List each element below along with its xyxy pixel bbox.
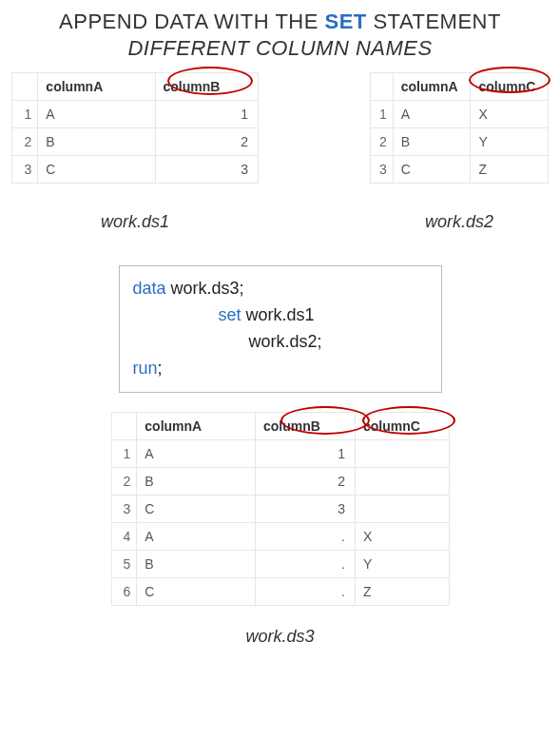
cell-a: C	[38, 156, 155, 184]
table-row: 2BY	[371, 128, 549, 156]
cell-b: 3	[255, 495, 355, 522]
col-c-header: columnC	[471, 73, 549, 101]
cell-a: B	[393, 128, 471, 156]
table-row: 3C3	[12, 156, 259, 184]
cell-a: C	[393, 156, 471, 184]
cell-c	[355, 439, 449, 467]
code-text: work.ds2;	[249, 332, 322, 351]
ds2-label: work.ds2	[370, 212, 549, 232]
col-a-header: columnA	[137, 412, 256, 439]
row-index: 3	[371, 156, 394, 184]
row-index: 2	[111, 467, 137, 495]
row-index: 1	[371, 101, 394, 128]
cell-c: Z	[355, 577, 449, 605]
title-keyword: SET	[325, 10, 367, 33]
cell-a: B	[38, 128, 155, 156]
col-b-header: columnB	[255, 412, 355, 439]
ds3-label: work.ds3	[111, 627, 450, 647]
cell-a: A	[38, 101, 155, 128]
keyword-data: data	[133, 279, 166, 298]
cell-a: B	[137, 550, 256, 577]
cell-b: .	[255, 550, 355, 577]
cell-b: .	[255, 577, 355, 605]
code-line: work.ds2;	[133, 329, 428, 356]
cell-c: Y	[471, 128, 549, 156]
table-row: 3CZ	[371, 156, 549, 184]
cell-b: 1	[155, 101, 258, 128]
cell-c	[355, 467, 449, 495]
title-text-post: STATEMENT	[367, 10, 501, 33]
code-text: work.ds3;	[166, 279, 244, 298]
cell-c: Z	[471, 156, 549, 184]
table-row: 2B2	[111, 467, 449, 495]
cell-c: Y	[355, 550, 449, 577]
row-index: 4	[111, 522, 137, 550]
code-line: data work.ds3;	[133, 276, 428, 302]
col-b-header: columnB	[155, 73, 258, 101]
cell-b: .	[255, 522, 355, 550]
cell-c: X	[471, 101, 549, 128]
sas-code-block: data work.ds3; set work.ds1 work.ds2; ru…	[119, 265, 442, 393]
ds1-table: columnA columnB 1A1 2B2 3C3	[11, 72, 259, 184]
source-tables-row: columnA columnB 1A1 2B2 3C3 work.ds1 col…	[8, 72, 552, 232]
code-line: set work.ds1	[133, 302, 428, 329]
table-row: 5B.Y	[111, 550, 449, 577]
table-row: 2B2	[12, 128, 259, 156]
code-line: run;	[133, 356, 428, 382]
row-index: 3	[111, 495, 137, 522]
cell-b: 1	[255, 439, 355, 467]
col-a-header: columnA	[393, 73, 471, 101]
title-text-pre: APPEND DATA WITH THE	[59, 10, 324, 33]
table-header-row: columnA columnB	[12, 73, 259, 101]
row-index: 1	[12, 101, 38, 128]
cell-c: X	[355, 522, 449, 550]
cell-c	[355, 495, 449, 522]
keyword-run: run	[133, 359, 158, 378]
page-title-line2: DIFFERENT COLUMN NAMES	[8, 36, 552, 61]
cell-b: 3	[155, 156, 258, 184]
ds3-table: columnA columnB columnC 1A1 2B2 3C3 4A.X…	[111, 412, 450, 606]
row-index: 5	[111, 550, 137, 577]
ds1-label: work.ds1	[11, 212, 259, 232]
page-title-line1: APPEND DATA WITH THE SET STATEMENT	[8, 10, 552, 34]
row-index-header	[371, 73, 394, 101]
table-row: 1A1	[12, 101, 259, 128]
col-a-header: columnA	[38, 73, 155, 101]
table-row: 6C.Z	[111, 577, 449, 605]
row-index: 3	[12, 156, 38, 184]
cell-a: A	[137, 439, 256, 467]
row-index: 2	[12, 128, 38, 156]
cell-b: 2	[155, 128, 258, 156]
col-c-header: columnC	[355, 412, 449, 439]
cell-a: C	[137, 495, 256, 522]
cell-a: A	[393, 101, 471, 128]
row-index: 6	[111, 577, 137, 605]
row-index-header	[111, 412, 137, 439]
table-row: 4A.X	[111, 522, 449, 550]
table-row: 1AX	[371, 101, 549, 128]
cell-a: A	[137, 522, 256, 550]
table-row: 3C3	[111, 495, 449, 522]
row-index: 1	[111, 439, 137, 467]
cell-b: 2	[255, 467, 355, 495]
row-index-header	[12, 73, 38, 101]
cell-a: B	[137, 467, 256, 495]
keyword-set: set	[219, 305, 241, 324]
row-index: 2	[371, 128, 394, 156]
cell-a: C	[137, 577, 256, 605]
ds2-table: columnA columnC 1AX 2BY 3CZ	[370, 72, 549, 184]
table-header-row: columnA columnB columnC	[111, 412, 449, 439]
table-header-row: columnA columnC	[371, 73, 549, 101]
code-text: work.ds1	[241, 305, 315, 324]
code-text: ;	[158, 359, 163, 378]
table-row: 1A1	[111, 439, 449, 467]
